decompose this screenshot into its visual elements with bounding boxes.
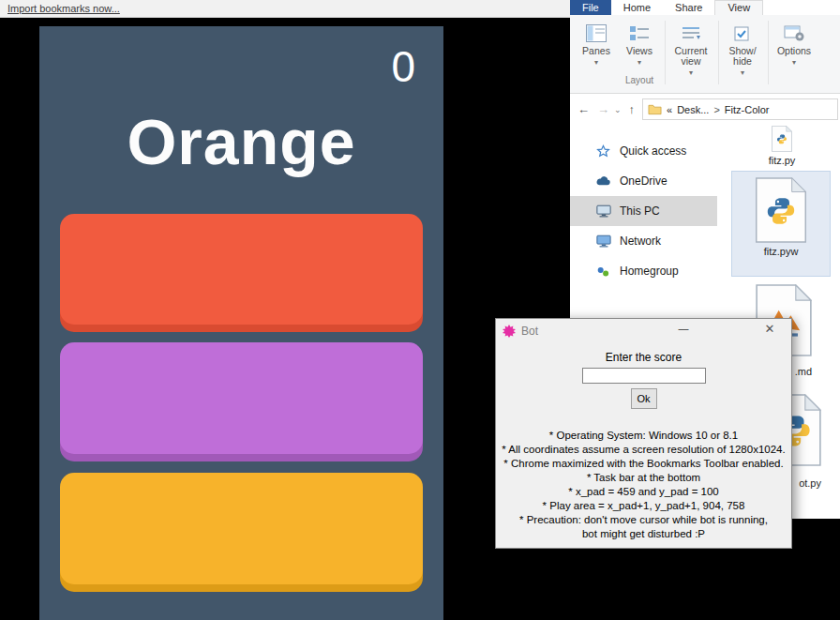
close-button[interactable]: ✕ (756, 322, 784, 336)
sidebar-item-label: Quick access (620, 144, 686, 158)
bookmarks-bar: Import bookmarks now... (0, 0, 570, 18)
color-game: 0 Orange (39, 26, 443, 620)
ribbon-group-caption: Layout (619, 75, 660, 85)
file-fitz-pyw[interactable]: fitz.pyw (731, 171, 831, 277)
instruction-line: * All coordinates assume a screen resolu… (500, 443, 788, 457)
ribbon-separator (768, 21, 769, 84)
python-file-icon (755, 177, 807, 243)
instruction-line: * Play area = x_pad+1, y_pad+1, 904, 758 (500, 499, 788, 513)
ok-button[interactable]: Ok (631, 388, 657, 409)
tab-share[interactable]: Share (663, 0, 714, 15)
show-hide-icon (733, 22, 752, 44)
score-input[interactable] (582, 368, 706, 384)
breadcrumb-collapse[interactable]: « (667, 104, 672, 115)
chevron-down-icon: ▾ (638, 57, 641, 68)
file-fitz-py[interactable]: fitz.py (754, 126, 810, 166)
ribbon-separator (665, 21, 666, 84)
chevron-down-icon: ▾ (792, 57, 796, 68)
bot-instructions: * Operating System: Windows 10 or 8.1 * … (496, 429, 791, 541)
sidebar-item-label: OneDrive (620, 174, 668, 188)
tab-view[interactable]: View (714, 0, 763, 15)
ribbon-button-label: Show/ hide (722, 46, 763, 67)
ribbon-button-label: Views (626, 46, 652, 56)
dialog-title: Bot (521, 325, 538, 338)
options-icon (784, 22, 804, 44)
sidebar-item-label: This PC (620, 204, 660, 218)
homegroup-icon (595, 265, 611, 279)
screen: Import bookmarks now... 0 Orange File Ho… (0, 0, 840, 620)
sidebar-item-label: Homegroup (620, 265, 679, 278)
chevron-down-icon: ▾ (689, 68, 693, 78)
navigation-pane: Quick access OneDrive This PC (570, 136, 717, 286)
sidebar-item-quick-access[interactable]: Quick access (570, 136, 717, 166)
ribbon-views-button[interactable]: Views ▾ (619, 19, 660, 68)
sidebar-item-onedrive[interactable]: OneDrive (570, 166, 717, 196)
ribbon-tabs: File Home Share View (570, 0, 840, 15)
ribbon-button-label: Options (777, 46, 811, 56)
forward-button[interactable]: → (597, 102, 609, 116)
minimize-button[interactable]: — (669, 323, 698, 334)
file-label: fitz.pyw (764, 246, 799, 257)
bot-dialog: Bot — ✕ Enter the score Ok * Operating S… (495, 318, 792, 549)
tab-file[interactable]: File (570, 0, 611, 15)
python-file-icon (771, 126, 793, 152)
ribbon-panes-button[interactable]: Panes ▾ (576, 19, 617, 68)
chevron-down-icon: ▾ (741, 68, 744, 78)
sidebar-item-homegroup[interactable]: Homegroup (570, 256, 717, 286)
network-icon (595, 234, 611, 248)
back-button[interactable]: ← (578, 102, 590, 116)
chevron-down-icon: ▾ (594, 57, 598, 68)
instruction-line: * x_pad = 459 and y_pad = 100 (500, 485, 788, 499)
color-button-1[interactable] (60, 214, 423, 325)
sidebar-item-this-pc[interactable]: This PC (570, 196, 717, 226)
folder-icon (648, 103, 662, 115)
color-button-2[interactable] (60, 342, 423, 454)
bug-icon (502, 325, 516, 338)
score-prompt-label: Enter the score (496, 351, 791, 364)
instruction-line: * Operating System: Windows 10 or 8.1 (500, 429, 788, 443)
instruction-line: * Precaution: don't move cursor while bo… (500, 513, 788, 527)
star-icon (595, 144, 611, 159)
instruction-line: bot might get disturbed :P (500, 527, 788, 541)
ribbon-show-hide-button[interactable]: Show/ hide ▾ (722, 19, 763, 78)
file-label: fitz.py (769, 155, 796, 166)
current-view-icon (681, 22, 701, 44)
panes-icon (586, 22, 607, 44)
ribbon-current-view-button[interactable]: Current view ▾ (668, 19, 713, 78)
history-dropdown-icon[interactable]: ⌄ (614, 105, 622, 114)
breadcrumb-separator: > (713, 104, 719, 115)
game-color-word: Orange (39, 105, 443, 178)
instruction-line: * Task bar at the bottom (500, 471, 788, 485)
import-bookmarks-link[interactable]: Import bookmarks now... (8, 3, 120, 14)
views-icon (629, 22, 650, 44)
ribbon: Panes ▾ Views ▾ Current view ▾ (570, 15, 840, 94)
up-button[interactable]: ↑ (629, 102, 636, 116)
address-bar[interactable]: « Desk... > Fitz-Color (642, 98, 838, 120)
tab-home[interactable]: Home (611, 0, 663, 15)
sidebar-item-network[interactable]: Network (570, 226, 717, 256)
ribbon-button-label: Panes (582, 46, 610, 56)
cloud-icon (595, 175, 611, 187)
game-score: 0 (391, 41, 415, 92)
ribbon-separator (718, 21, 719, 84)
sidebar-item-label: Network (620, 234, 661, 248)
instruction-line: * Chrome maximized with the Bookmarks To… (500, 457, 788, 471)
dialog-titlebar[interactable]: Bot — ✕ (496, 319, 791, 342)
ribbon-button-label: Current view (668, 46, 713, 67)
ribbon-options-button[interactable]: Options ▾ (772, 19, 817, 68)
computer-icon (595, 204, 611, 218)
breadcrumb-current[interactable]: Fitz-Color (725, 104, 770, 115)
address-toolbar: ← → ⌄ ↑ « Desk... > Fitz-Color (570, 94, 840, 125)
breadcrumb-desktop[interactable]: Desk... (677, 104, 709, 115)
color-button-3[interactable] (60, 473, 423, 584)
